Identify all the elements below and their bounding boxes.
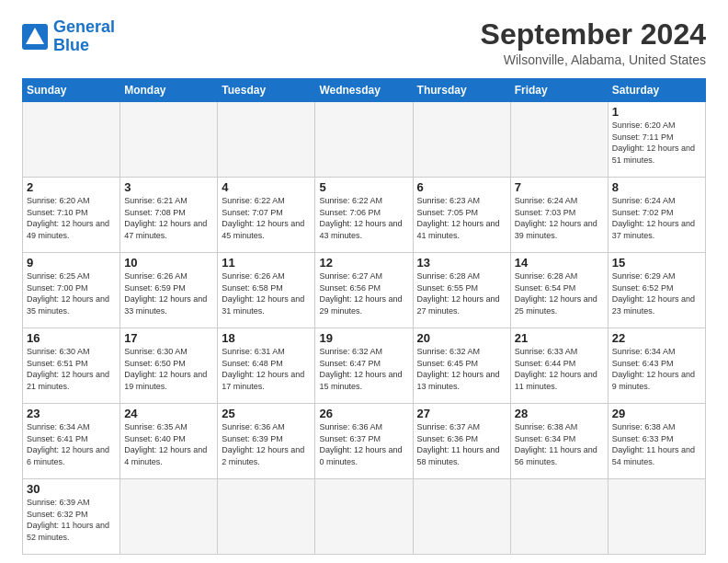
day-info: Sunrise: 6:32 AMSunset: 6:45 PMDaylight:… — [417, 346, 506, 392]
day-number: 20 — [417, 331, 506, 345]
day-number: 10 — [124, 256, 213, 270]
day-info: Sunrise: 6:23 AMSunset: 7:05 PMDaylight:… — [417, 195, 506, 241]
day-info: Sunrise: 6:36 AMSunset: 6:37 PMDaylight:… — [319, 421, 408, 467]
day-number: 22 — [612, 331, 701, 345]
day-number: 7 — [515, 180, 604, 194]
day-number: 11 — [222, 256, 311, 270]
day-info: Sunrise: 6:26 AMSunset: 6:58 PMDaylight:… — [222, 270, 311, 316]
table-row: 9Sunrise: 6:25 AMSunset: 7:00 PMDaylight… — [23, 253, 120, 328]
col-friday: Friday — [510, 79, 608, 102]
table-row: 14Sunrise: 6:28 AMSunset: 6:54 PMDayligh… — [510, 253, 608, 328]
day-number: 18 — [222, 331, 311, 345]
location-subtitle: Wilsonville, Alabama, United States — [481, 52, 706, 67]
table-row: 3Sunrise: 6:21 AMSunset: 7:08 PMDaylight… — [120, 178, 218, 253]
table-row — [120, 102, 218, 178]
day-info: Sunrise: 6:22 AMSunset: 7:07 PMDaylight:… — [222, 195, 311, 241]
table-row — [218, 102, 315, 178]
day-number: 6 — [417, 180, 506, 194]
calendar-week-row: 9Sunrise: 6:25 AMSunset: 7:00 PMDaylight… — [23, 253, 706, 328]
day-number: 4 — [222, 180, 311, 194]
table-row: 7Sunrise: 6:24 AMSunset: 7:03 PMDaylight… — [510, 178, 608, 253]
table-row: 10Sunrise: 6:26 AMSunset: 6:59 PMDayligh… — [120, 253, 218, 328]
calendar-week-row: 16Sunrise: 6:30 AMSunset: 6:51 PMDayligh… — [23, 328, 706, 404]
logo-icon — [22, 24, 48, 50]
day-number: 15 — [612, 256, 701, 270]
table-row — [120, 479, 218, 555]
calendar-week-row: 30Sunrise: 6:39 AMSunset: 6:32 PMDayligh… — [23, 479, 706, 555]
day-info: Sunrise: 6:20 AMSunset: 7:10 PMDaylight:… — [27, 195, 116, 241]
day-info: Sunrise: 6:36 AMSunset: 6:39 PMDaylight:… — [222, 421, 311, 467]
day-info: Sunrise: 6:38 AMSunset: 6:33 PMDaylight:… — [612, 421, 701, 467]
title-block: September 2024 Wilsonville, Alabama, Uni… — [481, 18, 706, 67]
day-number: 9 — [27, 256, 116, 270]
table-row — [413, 102, 510, 178]
day-info: Sunrise: 6:22 AMSunset: 7:06 PMDaylight:… — [319, 195, 408, 241]
table-row — [315, 102, 413, 178]
table-row — [413, 479, 510, 555]
table-row — [218, 479, 315, 555]
day-number: 13 — [417, 256, 506, 270]
day-info: Sunrise: 6:28 AMSunset: 6:54 PMDaylight:… — [515, 270, 604, 316]
table-row: 26Sunrise: 6:36 AMSunset: 6:37 PMDayligh… — [315, 404, 413, 479]
day-number: 16 — [27, 331, 116, 345]
day-number: 1 — [612, 105, 701, 119]
day-number: 28 — [515, 407, 604, 420]
col-sunday: Sunday — [23, 79, 120, 102]
day-info: Sunrise: 6:29 AMSunset: 6:52 PMDaylight:… — [612, 270, 701, 316]
month-title: September 2024 — [481, 18, 706, 51]
table-row: 22Sunrise: 6:34 AMSunset: 6:43 PMDayligh… — [608, 328, 705, 404]
day-number: 14 — [515, 256, 604, 270]
day-info: Sunrise: 6:24 AMSunset: 7:02 PMDaylight:… — [612, 195, 701, 241]
table-row — [23, 102, 120, 178]
calendar-header-row: Sunday Monday Tuesday Wednesday Thursday… — [23, 79, 706, 102]
day-info: Sunrise: 6:28 AMSunset: 6:55 PMDaylight:… — [417, 270, 506, 316]
table-row: 21Sunrise: 6:33 AMSunset: 6:44 PMDayligh… — [510, 328, 608, 404]
calendar-week-row: 2Sunrise: 6:20 AMSunset: 7:10 PMDaylight… — [23, 178, 706, 253]
day-number: 2 — [27, 180, 116, 194]
day-info: Sunrise: 6:38 AMSunset: 6:34 PMDaylight:… — [515, 421, 604, 467]
day-number: 30 — [27, 482, 116, 496]
table-row: 12Sunrise: 6:27 AMSunset: 6:56 PMDayligh… — [315, 253, 413, 328]
table-row: 28Sunrise: 6:38 AMSunset: 6:34 PMDayligh… — [510, 404, 608, 479]
col-saturday: Saturday — [608, 79, 705, 102]
table-row: 19Sunrise: 6:32 AMSunset: 6:47 PMDayligh… — [315, 328, 413, 404]
day-info: Sunrise: 6:20 AMSunset: 7:11 PMDaylight:… — [612, 120, 701, 166]
day-number: 3 — [124, 180, 213, 194]
day-number: 29 — [612, 407, 701, 420]
day-info: Sunrise: 6:39 AMSunset: 6:32 PMDaylight:… — [27, 497, 116, 543]
table-row: 20Sunrise: 6:32 AMSunset: 6:45 PMDayligh… — [413, 328, 510, 404]
table-row — [608, 479, 705, 555]
table-row: 30Sunrise: 6:39 AMSunset: 6:32 PMDayligh… — [23, 479, 120, 555]
day-number: 12 — [319, 256, 408, 270]
col-tuesday: Tuesday — [218, 79, 315, 102]
table-row: 25Sunrise: 6:36 AMSunset: 6:39 PMDayligh… — [218, 404, 315, 479]
day-number: 8 — [612, 180, 701, 194]
logo-text: General Blue — [53, 18, 115, 55]
table-row: 5Sunrise: 6:22 AMSunset: 7:06 PMDaylight… — [315, 178, 413, 253]
col-monday: Monday — [120, 79, 218, 102]
calendar-table: Sunday Monday Tuesday Wednesday Thursday… — [22, 78, 706, 555]
table-row: 15Sunrise: 6:29 AMSunset: 6:52 PMDayligh… — [608, 253, 705, 328]
day-info: Sunrise: 6:27 AMSunset: 6:56 PMDaylight:… — [319, 270, 408, 316]
day-number: 23 — [27, 407, 116, 420]
page: General Blue September 2024 Wilsonville,… — [0, 0, 728, 563]
day-number: 27 — [417, 407, 506, 420]
table-row: 24Sunrise: 6:35 AMSunset: 6:40 PMDayligh… — [120, 404, 218, 479]
table-row: 6Sunrise: 6:23 AMSunset: 7:05 PMDaylight… — [413, 178, 510, 253]
day-number: 26 — [319, 407, 408, 420]
day-number: 21 — [515, 331, 604, 345]
table-row: 18Sunrise: 6:31 AMSunset: 6:48 PMDayligh… — [218, 328, 315, 404]
header: General Blue September 2024 Wilsonville,… — [22, 18, 706, 67]
day-info: Sunrise: 6:34 AMSunset: 6:43 PMDaylight:… — [612, 346, 701, 392]
day-info: Sunrise: 6:37 AMSunset: 6:36 PMDaylight:… — [417, 421, 506, 467]
table-row: 17Sunrise: 6:30 AMSunset: 6:50 PMDayligh… — [120, 328, 218, 404]
day-info: Sunrise: 6:33 AMSunset: 6:44 PMDaylight:… — [515, 346, 604, 392]
day-info: Sunrise: 6:30 AMSunset: 6:51 PMDaylight:… — [27, 346, 116, 392]
day-info: Sunrise: 6:34 AMSunset: 6:41 PMDaylight:… — [27, 421, 116, 467]
day-number: 5 — [319, 180, 408, 194]
day-info: Sunrise: 6:32 AMSunset: 6:47 PMDaylight:… — [319, 346, 408, 392]
table-row: 13Sunrise: 6:28 AMSunset: 6:55 PMDayligh… — [413, 253, 510, 328]
day-info: Sunrise: 6:25 AMSunset: 7:00 PMDaylight:… — [27, 270, 116, 316]
day-info: Sunrise: 6:24 AMSunset: 7:03 PMDaylight:… — [515, 195, 604, 241]
day-info: Sunrise: 6:21 AMSunset: 7:08 PMDaylight:… — [124, 195, 213, 241]
